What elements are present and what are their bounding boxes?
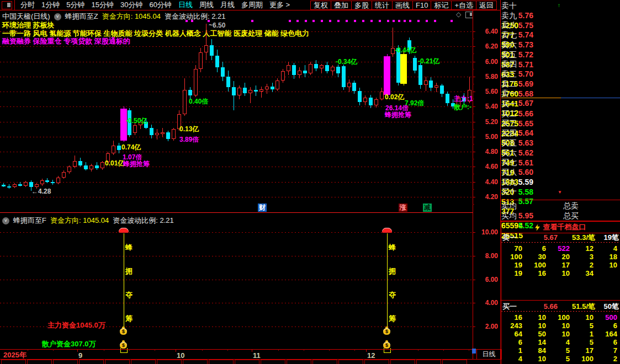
chip-涨[interactable]: 涨 <box>399 204 407 212</box>
tape-avg: 53.3/笔 <box>561 233 595 242</box>
strip-tab[interactable] <box>157 360 182 364</box>
strip-tab[interactable] <box>364 360 389 364</box>
axis-tick-minor <box>473 189 474 190</box>
candle <box>133 125 137 133</box>
order-row-卖九[interactable]: 卖九5.75777 <box>501 10 620 20</box>
strip-tab[interactable] <box>287 360 311 364</box>
order-row-买二[interactable]: 买二5.652234 <box>501 109 620 119</box>
strip-tab[interactable] <box>235 360 259 364</box>
order-row-买六[interactable]: 买六5.61719 <box>501 148 620 158</box>
y-axis-label: 4.40 <box>474 178 498 186</box>
panel-line <box>500 300 620 301</box>
order-row-卖五[interactable]: 卖五5.71633 <box>501 50 620 60</box>
month-label-12: 12 <box>367 351 375 360</box>
avg-row-卖均: 卖均5.95总卖65594 <box>501 201 620 211</box>
order-row-买五[interactable]: 买五5.62749 <box>501 138 620 148</box>
axis-tick <box>77 349 78 352</box>
panel-left-border <box>500 0 501 364</box>
strip-tab[interactable] <box>79 360 104 364</box>
order-row-买一[interactable]: 买一5.662575 <box>501 99 620 109</box>
order-row-买四[interactable]: 买四5.63561 <box>501 128 620 138</box>
strip-tab[interactable] <box>1 360 26 364</box>
tape-cell: 7 <box>596 346 620 355</box>
lightning-icon <box>535 224 540 231</box>
split-view-icon[interactable] <box>465 12 473 18</box>
order-row-卖一[interactable]: 卖一5.671012 <box>501 88 620 98</box>
order-row-卖七[interactable]: 卖七5.73501 <box>501 30 620 40</box>
scrollbar-thumb[interactable] <box>472 349 476 354</box>
tape-cell: 2 <box>573 261 596 269</box>
period-indicator-box[interactable]: 日线 <box>476 349 501 360</box>
strip-tab[interactable] <box>312 360 337 364</box>
y-axis-label: 4.60 <box>474 163 498 170</box>
strip-tab[interactable] <box>183 360 208 364</box>
candle <box>292 65 296 75</box>
axis-tick-minor <box>473 53 474 54</box>
trading-app: 分时1分钟5分钟15分钟30分钟60分钟日线周线月线多周期更多 > 复权叠加多股… <box>0 0 620 364</box>
signal-dot <box>409 20 411 22</box>
order-row-label: 卖六 <box>501 40 620 50</box>
tape-row: 1003020318 <box>501 253 620 261</box>
candle <box>358 91 362 102</box>
order-row-label: 卖十 <box>501 1 620 10</box>
order-row-买三[interactable]: 买三5.64508 <box>501 118 620 128</box>
sub-indicator-collapse-icon[interactable]: ˅ <box>2 217 9 224</box>
strip-tab[interactable] <box>338 360 363 364</box>
order-row-卖二[interactable]: 卖二5.681641 <box>501 79 620 89</box>
axis-tick-minor <box>473 69 474 69</box>
candle <box>446 94 449 103</box>
strip-tab[interactable] <box>390 360 415 364</box>
order-row-label: 买九 <box>501 177 620 187</box>
order-row-卖八[interactable]: 卖八5.74590 <box>501 20 620 30</box>
tool-返回[interactable]: 返回 <box>476 1 497 10</box>
strip-tab[interactable] <box>416 360 441 364</box>
diamond-icon[interactable]: ◇ <box>456 10 461 18</box>
candle <box>204 45 208 53</box>
candle <box>434 85 438 88</box>
axis-tick <box>473 92 475 92</box>
level2-link-box[interactable]: 查看千档盘口 <box>500 221 620 233</box>
tape-row: 6450101164 <box>501 330 620 338</box>
order-row-label: 卖七 <box>501 30 620 40</box>
strip-tab[interactable] <box>105 360 130 364</box>
sub-fund-label: 资金方向: <box>50 216 81 224</box>
chip-减[interactable]: 减 <box>423 204 432 212</box>
strip-tab[interactable] <box>209 360 234 364</box>
chip-财[interactable]: 财 <box>258 204 267 212</box>
tape-cell: 34 <box>573 269 596 277</box>
order-row-卖三[interactable]: 卖三5.691760 <box>501 69 620 79</box>
order-row-买九[interactable]: 买九5.58513 <box>501 177 620 187</box>
axis-tick <box>473 31 475 32</box>
candle <box>210 45 214 56</box>
level2-link[interactable]: 查看千档盘口 <box>543 222 586 232</box>
tape-row: 41051002 <box>501 355 620 363</box>
candle <box>215 56 219 68</box>
strip-tab[interactable] <box>53 360 78 364</box>
candle <box>243 88 247 93</box>
order-row-卖六[interactable]: 卖六5.72587 <box>501 40 620 50</box>
y-axis-label: 8.00 <box>474 252 498 260</box>
bottom-axis-top <box>0 349 500 350</box>
strip-tab[interactable] <box>261 360 285 364</box>
strip-tab[interactable] <box>131 360 156 364</box>
order-row-买十[interactable]: 买十5.57▼377 <box>501 186 620 196</box>
chart-annotation: -0.50亿 <box>126 117 147 124</box>
tape-cell: 12 <box>573 244 596 253</box>
strip-tab[interactable] <box>442 360 467 364</box>
fund-ratio-label: 资金波动比例: <box>165 12 210 20</box>
strip-tab[interactable] <box>27 360 52 364</box>
indicator-collapse-icon[interactable]: ˅ <box>54 13 61 20</box>
tape-dotted <box>501 242 620 243</box>
total-label: 总卖 <box>563 201 579 211</box>
signal-flag-icon <box>382 228 392 233</box>
order-row-卖四[interactable]: 卖四5.701176 <box>501 59 620 69</box>
axis-tick-minor <box>104 349 104 351</box>
order-row-买七[interactable]: 买七5.601883 <box>501 157 620 167</box>
order-row-买八[interactable]: 买八5.59320 <box>501 167 620 177</box>
axis-tick <box>473 137 475 137</box>
candle <box>369 98 373 105</box>
axis-tick-minor <box>473 144 474 144</box>
tape-cell: 5 <box>573 322 596 330</box>
grid-line <box>0 182 473 183</box>
order-row-卖十[interactable]: 卖十5.76↑1250 <box>501 1 620 10</box>
